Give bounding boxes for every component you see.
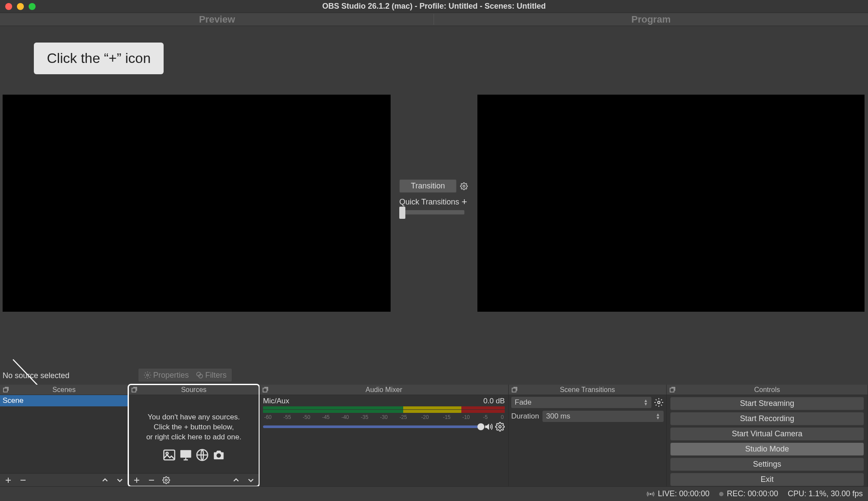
- transition-button[interactable]: Transition: [399, 179, 457, 193]
- sources-dock: Sources You don't have any sources. Clic…: [128, 385, 260, 486]
- tbar-slider[interactable]: [399, 210, 464, 214]
- svg-point-11: [217, 453, 221, 458]
- window-title: OBS Studio 26.1.2 (mac) - Profile: Untit…: [0, 2, 868, 11]
- track-name: Mic/Aux: [263, 397, 289, 405]
- live-status: LIVE: 00:00:00: [647, 489, 710, 498]
- record-dot-icon: [719, 492, 723, 496]
- close-window-button[interactable]: [5, 3, 12, 10]
- add-quick-transition-icon[interactable]: +: [460, 196, 469, 208]
- program-header: Program: [434, 13, 868, 26]
- source-down-button[interactable]: [244, 475, 257, 486]
- studio-mode-button[interactable]: Studio Mode: [670, 442, 864, 456]
- svg-rect-5: [3, 388, 7, 392]
- scene-transitions-title: Scene Transitions: [560, 386, 615, 394]
- mixer-track: Mic/Aux 0.0 dB -60 -55 -50 -45 -40 -35 -…: [260, 395, 508, 432]
- speaker-icon[interactable]: [484, 422, 493, 432]
- remove-source-button[interactable]: −: [145, 475, 158, 486]
- scene-transitions-dock: Scene Transitions Fade ▲▼ Duration 300 m…: [509, 385, 667, 486]
- camera-source-icon: [211, 448, 226, 461]
- properties-button[interactable]: Properties: [141, 371, 191, 380]
- add-scene-button[interactable]: +: [2, 475, 15, 486]
- sources-empty-line3: or right click here to add one.: [128, 432, 259, 442]
- transition-select[interactable]: Fade ▲▼: [511, 397, 651, 408]
- start-recording-button[interactable]: Start Recording: [670, 412, 864, 425]
- sources-empty-line1: You don't have any sources.: [128, 412, 259, 422]
- filters-button[interactable]: Filters: [193, 371, 229, 380]
- track-level: 0.0 dB: [483, 397, 505, 405]
- track-settings-icon[interactable]: [495, 422, 505, 432]
- source-up-button[interactable]: [230, 475, 243, 486]
- maximize-window-button[interactable]: [29, 3, 36, 10]
- transition-selected: Fade: [515, 398, 532, 407]
- svg-point-12: [165, 479, 168, 481]
- remove-scene-button[interactable]: −: [16, 475, 30, 486]
- scene-item[interactable]: Scene: [0, 395, 128, 406]
- scenes-dock: Scenes Scene + −: [0, 385, 128, 486]
- start-virtual-camera-button[interactable]: Start Virtual Camera: [670, 427, 864, 441]
- sources-title: Sources: [181, 386, 207, 394]
- start-streaming-button[interactable]: Start Streaming: [670, 397, 864, 410]
- tbar-handle[interactable]: [399, 207, 405, 219]
- program-canvas[interactable]: [477, 95, 865, 312]
- audio-mixer-title: Audio Mixer: [365, 386, 402, 394]
- sources-area[interactable]: You don't have any sources. Click the + …: [128, 395, 259, 473]
- svg-rect-6: [132, 388, 136, 392]
- transition-props-icon[interactable]: [654, 398, 664, 407]
- scene-down-button[interactable]: [113, 475, 126, 486]
- svg-rect-13: [263, 388, 267, 392]
- window-controls: [5, 3, 36, 10]
- tutorial-callout: Click the “+” icon: [34, 43, 164, 74]
- rec-status: REC: 00:00:00: [719, 489, 778, 498]
- main-viewport: Transition Quick Transitions +: [0, 26, 868, 371]
- controls-dock: Controls Start Streaming Start Recording…: [667, 385, 868, 486]
- broadcast-icon: [647, 490, 654, 498]
- scenes-title: Scenes: [53, 386, 76, 394]
- transition-settings-icon[interactable]: [459, 181, 469, 191]
- undock-icon[interactable]: [669, 386, 676, 393]
- svg-point-2: [147, 374, 149, 376]
- filters-label: Filters: [205, 371, 227, 380]
- svg-point-16: [658, 401, 660, 404]
- quick-transitions-label: Quick Transitions: [399, 198, 459, 207]
- image-source-icon: [162, 448, 177, 461]
- rec-text: REC: 00:00:00: [727, 489, 778, 498]
- select-arrows-icon: ▲▼: [644, 399, 648, 406]
- docks-container: Scenes Scene + − Sources You don't have …: [0, 385, 868, 486]
- settings-button[interactable]: Settings: [670, 458, 864, 471]
- add-source-button[interactable]: +: [130, 475, 143, 486]
- svg-point-18: [650, 493, 651, 494]
- display-source-icon: [178, 448, 193, 461]
- source-properties-button[interactable]: [160, 475, 173, 486]
- preview-canvas[interactable]: [3, 95, 391, 312]
- undock-icon[interactable]: [262, 386, 269, 393]
- volume-handle[interactable]: [477, 423, 484, 430]
- browser-source-icon: [195, 448, 210, 461]
- duration-input[interactable]: 300 ms ▲▼: [542, 411, 664, 422]
- svg-point-8: [166, 452, 168, 455]
- view-headers: Preview Program: [0, 13, 868, 26]
- svg-point-0: [463, 185, 465, 187]
- exit-button[interactable]: Exit: [670, 473, 864, 486]
- audio-meter: [263, 406, 505, 414]
- volume-slider[interactable]: [263, 425, 482, 428]
- transition-controls: Transition Quick Transitions +: [399, 179, 469, 214]
- undock-icon[interactable]: [131, 386, 138, 393]
- undock-icon[interactable]: [3, 386, 10, 393]
- undock-icon[interactable]: [511, 386, 518, 393]
- svg-point-14: [499, 425, 501, 428]
- duration-label: Duration: [511, 412, 539, 421]
- svg-rect-15: [512, 388, 516, 392]
- minimize-window-button[interactable]: [17, 3, 24, 10]
- cpu-status: CPU: 1.1%, 30.00 fps: [788, 489, 863, 498]
- cpu-text: CPU: 1.1%, 30.00 fps: [788, 489, 863, 498]
- statusbar: LIVE: 00:00:00 REC: 00:00:00 CPU: 1.1%, …: [0, 486, 868, 501]
- titlebar: OBS Studio 26.1.2 (mac) - Profile: Untit…: [0, 0, 868, 13]
- duration-value: 300 ms: [546, 412, 570, 421]
- spinner-arrows-icon[interactable]: ▲▼: [656, 413, 660, 420]
- scene-up-button[interactable]: [99, 475, 112, 486]
- svg-rect-9: [180, 450, 191, 458]
- sources-empty-hint: You don't have any sources. Click the + …: [128, 395, 259, 461]
- live-text: LIVE: 00:00:00: [658, 489, 710, 498]
- source-tools: Properties Filters: [138, 368, 232, 382]
- preview-header: Preview: [0, 13, 434, 26]
